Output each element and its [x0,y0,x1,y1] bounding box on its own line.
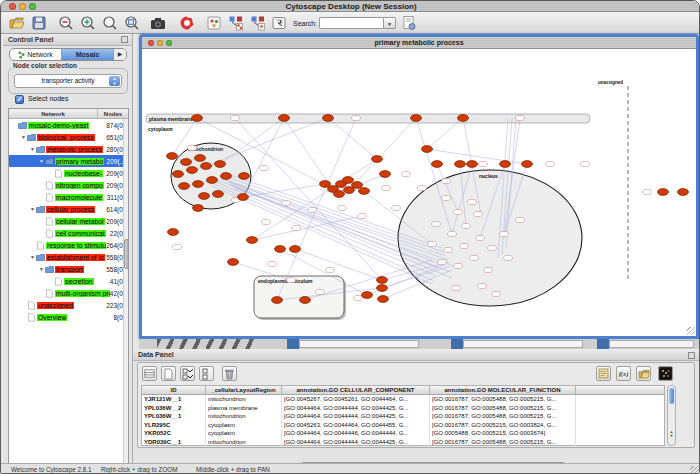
gene-node[interactable] [678,189,689,196]
gene-node[interactable] [207,177,218,184]
tab-network[interactable]: Network [10,49,62,60]
gene-node-small[interactable] [474,211,483,216]
gene-node[interactable] [201,163,212,170]
close-window-icon[interactable] [9,3,16,10]
tree-header[interactable]: Network Nodes [9,109,128,119]
table-row[interactable]: YPL036W__2plasma membrane[GO:0044464, GO… [142,404,664,413]
attribute-notes-icon[interactable] [596,366,611,381]
gene-node[interactable] [500,161,511,168]
tree-row[interactable]: cell communicat22(0) [9,227,128,239]
float-data-panel-icon[interactable] [688,352,695,359]
gene-node-small[interactable] [468,199,477,204]
gene-node[interactable] [455,161,466,168]
gene-node-small[interactable] [432,221,441,226]
zoom-network-window-icon[interactable] [166,40,172,46]
gene-node[interactable] [247,237,258,244]
table-row[interactable]: YKR052Ccytoplasm[GO:0044464, GO:0044446,… [142,429,664,438]
gene-node-small[interactable] [282,200,291,205]
gene-node[interactable] [215,161,226,168]
import-table-icon[interactable] [250,15,266,31]
new-attribute-icon[interactable] [161,366,176,381]
gene-node[interactable] [372,156,383,163]
gene-node[interactable] [213,191,224,198]
select-attributes-icon[interactable] [180,366,195,381]
tree-row[interactable]: cellular metabol209(0) [9,215,128,227]
gene-node-small[interactable] [504,255,513,260]
gene-node-small[interactable] [460,243,469,248]
tab-overflow-arrow[interactable]: ▶ [114,49,126,60]
gene-node-small[interactable] [488,245,497,250]
gene-node[interactable] [658,189,669,196]
tree-row[interactable]: ▼transport558(0) [9,263,128,275]
gene-node-small[interactable] [352,115,361,120]
open-file-icon[interactable] [9,15,25,31]
gene-node[interactable] [362,292,373,299]
gene-node[interactable] [181,159,192,166]
gene-node-small[interactable] [316,289,325,294]
node-color-dropdown[interactable]: transporter activity ▲▼ [14,74,122,88]
attribute-table-header[interactable]: ID _cellularLayoutRegion annotation.GO C… [142,386,664,395]
tree-row[interactable]: secretion41(0) [9,275,128,287]
gene-node-small[interactable] [287,277,296,282]
zoom-in-icon[interactable] [80,15,96,31]
edge[interactable] [284,118,329,184]
gene-node-small[interactable] [448,231,457,236]
gene-node[interactable] [467,161,478,168]
table-scrollbar[interactable]: ▲▼ [667,385,676,446]
delete-attribute-icon[interactable] [222,366,237,381]
tab-mosaic[interactable]: Mosaic [62,49,114,60]
gene-node-small[interactable] [308,207,317,212]
gene-node-small[interactable] [444,247,453,252]
edge[interactable] [243,118,284,197]
gene-node-small[interactable] [292,225,301,230]
edge[interactable] [349,118,416,190]
gene-node-small[interactable] [454,209,463,214]
search-dropdown-button[interactable]: ▼ [383,17,396,29]
save-icon[interactable] [31,15,47,31]
minimize-network-window-icon[interactable] [157,40,163,46]
edge[interactable] [235,118,382,280]
help-icon[interactable] [179,15,195,31]
gene-node[interactable] [193,205,204,212]
gene-node[interactable] [377,277,388,284]
table-row[interactable]: YDR039C__1mitochondrion[GO:0044464, GO:0… [142,438,664,447]
gene-node-small[interactable] [492,291,501,296]
edge[interactable] [252,159,377,240]
gene-node-small[interactable] [546,161,555,166]
gene-node[interactable] [221,173,232,180]
gene-node[interactable] [334,191,345,198]
gene-node[interactable] [378,296,389,303]
tree-scrollbar-thumb[interactable] [124,239,129,269]
tree-row[interactable]: ▼cellular process614(0) [9,203,128,215]
edge[interactable] [328,118,377,159]
gene-node[interactable] [187,167,198,174]
zoom-selected-icon[interactable] [124,15,140,31]
gene-node[interactable] [323,115,334,122]
tree-row[interactable]: ▼establishment of lo558(0) [9,251,128,263]
gene-node-small[interactable] [338,205,347,210]
gene-node-small[interactable] [516,115,525,120]
gene-node-small[interactable] [188,145,197,150]
gene-node[interactable] [199,193,210,200]
gene-node[interactable] [522,161,533,168]
import-attributes-icon[interactable] [636,366,651,381]
gene-node-small[interactable] [500,231,509,236]
network-graph[interactable]: plasma membranecytoplasmmitochondrionnuc… [142,49,696,335]
gene-node[interactable] [167,153,178,160]
tree-row[interactable]: Overview8(0) [9,311,128,323]
gene-node-small[interactable] [358,213,367,218]
edge[interactable] [243,184,325,197]
edge[interactable] [295,249,382,280]
table-scrollbar-thumb[interactable] [669,388,674,404]
tree-row[interactable]: ▼metabolic process280(0) [9,143,128,155]
gene-node-small[interactable] [643,189,652,194]
gene-node-small[interactable] [326,267,335,272]
gene-node-small[interactable] [484,267,493,272]
table-row[interactable]: YJR121W__1mitochondrion[GO:0045267, GO:0… [142,395,664,404]
tree-row[interactable]: ▼biological_process651(0) [9,131,128,143]
gene-node-small[interactable] [418,185,427,190]
gene-node[interactable] [228,259,239,266]
gene-node[interactable] [238,194,249,201]
gene-node-small[interactable] [442,195,451,200]
gene-node-small[interactable] [478,283,487,288]
